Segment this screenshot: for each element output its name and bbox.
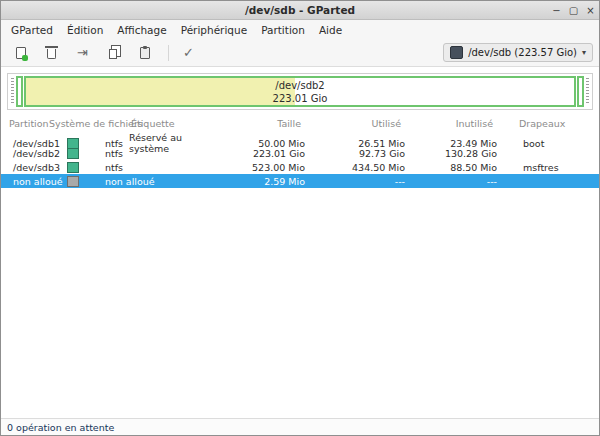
paste-icon (140, 47, 150, 59)
table-row[interactable]: /dev/sdb1 ntfs Réservé au système 50.00 … (1, 132, 599, 146)
resize-move-button[interactable]: ⇥ (69, 41, 96, 64)
partition-segment-sdb3[interactable] (577, 76, 584, 107)
hard-drive-icon (450, 46, 463, 59)
header-label[interactable]: Étiquette (131, 118, 175, 129)
filesystem-color-swatch (67, 148, 79, 159)
resize-move-icon: ⇥ (77, 45, 88, 60)
toolbar: ⇥ ✓ /dev/sdb (223.57 Gio) ▾ (1, 39, 599, 67)
maximize-button[interactable]: ▢ (565, 2, 582, 19)
menu-peripherique[interactable]: Périphérique (174, 22, 254, 38)
header-flags[interactable]: Drapeaux (519, 118, 565, 129)
apply-check-icon: ✓ (183, 45, 194, 60)
filesystem-color-swatch (67, 176, 79, 187)
new-partition-button[interactable] (7, 41, 34, 64)
cell-flags: msftres (509, 162, 599, 173)
partition-segment-sdb2[interactable]: /dev/sdb2 223.01 Gio (24, 76, 576, 107)
partition-segment-label: /dev/sdb2 223.01 Gio (273, 79, 328, 105)
close-button[interactable]: × (582, 2, 599, 19)
empty-area (1, 188, 599, 418)
minimize-button[interactable]: − (548, 2, 565, 19)
filesystem-name: ntfs (105, 162, 123, 173)
cell-partition: /dev/sdb3 (1, 162, 63, 173)
cell-size: 523.00 Mio (221, 162, 317, 173)
menu-partition[interactable]: Partition (254, 22, 312, 38)
partition-segment-sdb1[interactable] (16, 76, 23, 107)
delete-partition-button[interactable] (38, 41, 65, 64)
table-row-selected[interactable]: non alloué non alloué 2.59 Mio --- --- (1, 174, 599, 188)
cell-used: 434.50 Mio (317, 162, 417, 173)
table-row[interactable]: /dev/sdb2 ntfs 223.01 Gio 92.73 Gio 130.… (1, 146, 599, 160)
gparted-window: /dev/sdb - GParted − ▢ × GParted Édition… (0, 0, 600, 436)
cell-used: --- (317, 176, 417, 187)
cell-filesystem: non alloué (63, 176, 129, 187)
new-partition-icon (16, 47, 26, 59)
header-unused[interactable]: Inutilisé (409, 118, 493, 129)
device-selector-label: /dev/sdb (223.57 Gio) (468, 47, 577, 58)
header-size[interactable]: Taille (217, 118, 301, 129)
trash-icon (47, 49, 56, 59)
partition-name: /dev/sdb2 (273, 79, 328, 92)
chevron-down-icon: ▾ (582, 48, 586, 57)
menu-affichage[interactable]: Affichage (110, 22, 173, 38)
header-partition[interactable]: Partition (9, 118, 49, 129)
cell-unused: 130.28 Gio (417, 148, 509, 159)
toolbar-separator (168, 45, 169, 61)
paste-button[interactable] (131, 41, 158, 64)
partition-size: 223.01 Gio (273, 92, 328, 105)
menubar: GParted Édition Affichage Périphérique P… (1, 20, 599, 39)
cell-unused: --- (417, 176, 509, 187)
cell-unused: 88.50 Mio (417, 162, 509, 173)
menu-edition[interactable]: Édition (60, 22, 110, 38)
used-space-fill (26, 78, 295, 105)
filesystem-name: ntfs (105, 148, 123, 159)
menu-aide[interactable]: Aide (312, 22, 349, 38)
cell-filesystem: ntfs (63, 148, 129, 159)
right-edge-marker (586, 78, 589, 105)
statusbar: 0 opération en attente (1, 418, 599, 435)
left-edge-marker (11, 78, 14, 105)
header-used[interactable]: Utilisé (317, 118, 401, 129)
window-title: /dev/sdb - GParted (1, 4, 599, 16)
cell-filesystem: ntfs (63, 162, 129, 173)
table-row[interactable]: /dev/sdb3 ntfs 523.00 Mio 434.50 Mio 88.… (1, 160, 599, 174)
cell-size: 2.59 Mio (221, 176, 317, 187)
menu-gparted[interactable]: GParted (4, 22, 60, 38)
header-filesystem[interactable]: Système de fichiers (49, 118, 143, 129)
titlebar: /dev/sdb - GParted − ▢ × (1, 1, 599, 20)
cell-partition: /dev/sdb2 (1, 148, 63, 159)
cell-used: 92.73 Gio (317, 148, 417, 159)
window-controls: − ▢ × (548, 2, 599, 19)
copy-icon (109, 49, 117, 59)
filesystem-color-swatch (67, 162, 79, 173)
filesystem-name: non alloué (105, 176, 155, 187)
table-header: Partition Système de fichiers Étiquette … (1, 116, 599, 132)
disk-graphic-view: /dev/sdb2 223.01 Gio (7, 73, 593, 110)
cell-size: 223.01 Gio (221, 148, 317, 159)
device-selector[interactable]: /dev/sdb (223.57 Gio) ▾ (443, 43, 593, 62)
copy-button[interactable] (100, 41, 127, 64)
apply-button[interactable]: ✓ (175, 41, 202, 64)
pending-operations-text: 0 opération en attente (7, 422, 114, 433)
cell-partition: non alloué (1, 176, 63, 187)
